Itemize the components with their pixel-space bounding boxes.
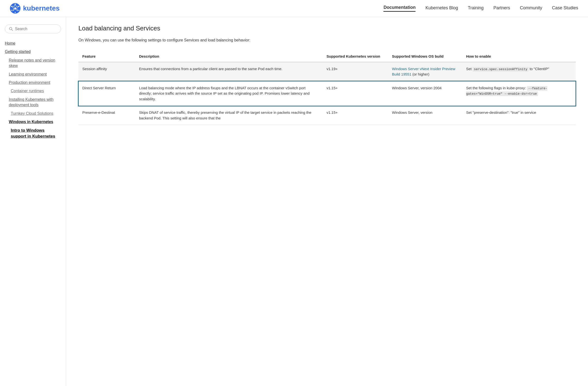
logo-link[interactable]: kubernetes bbox=[10, 3, 60, 14]
cell-description-preserve: Skips DNAT of service traffic, thereby p… bbox=[135, 106, 322, 125]
cell-k8s-version-dsr: v1.15+ bbox=[323, 81, 388, 106]
nav-blog[interactable]: Kubernetes Blog bbox=[425, 5, 458, 12]
cell-feature-preserve: Preserve-e-Destinat bbox=[78, 106, 135, 125]
cell-k8s-version: v1.19+ bbox=[323, 62, 388, 81]
svg-point-5 bbox=[11, 6, 12, 7]
page-layout: Home Getting started Release notes and v… bbox=[0, 17, 588, 386]
sidebar-item-turnkey[interactable]: Turnkey Cloud Solutions bbox=[5, 109, 61, 118]
table-header-row: Feature Description Supported Kubernetes… bbox=[78, 51, 576, 62]
sidebar-item-release-notes[interactable]: Release notes and version skew bbox=[5, 56, 61, 70]
main-content: Load balancing and Services On Windows, … bbox=[66, 17, 588, 386]
sidebar: Home Getting started Release notes and v… bbox=[0, 17, 66, 386]
code-session-affinity: service.spec.sessionAffinity bbox=[473, 67, 528, 72]
sidebar-item-learning[interactable]: Learning environment bbox=[5, 70, 61, 78]
sidebar-item-installing-k8s[interactable]: Installing Kubernetes with deployment to… bbox=[5, 95, 61, 109]
table-row: Session affinity Ensures that connection… bbox=[78, 62, 576, 81]
cell-how-to-preserve: Set "preserve-destination": "true" in se… bbox=[462, 106, 576, 125]
svg-point-6 bbox=[18, 6, 19, 7]
th-description: Description bbox=[135, 51, 322, 62]
sidebar-item-container-runtimes[interactable]: Container runtimes bbox=[5, 87, 61, 95]
table-row: Preserve-e-Destinat Skips DNAT of servic… bbox=[78, 106, 576, 125]
svg-point-7 bbox=[11, 10, 12, 11]
cell-how-to-dsr: Set the following flags in kube-proxy: -… bbox=[462, 81, 576, 106]
svg-point-8 bbox=[18, 10, 19, 11]
page-header: kubernetes Documentation Kubernetes Blog… bbox=[0, 0, 588, 17]
section-intro: On Windows, you can use the following se… bbox=[78, 37, 576, 44]
nav-case-studies[interactable]: Case Studies bbox=[552, 5, 578, 12]
main-nav: Documentation Kubernetes Blog Training P… bbox=[383, 5, 578, 12]
sidebar-item-getting-started[interactable]: Getting started bbox=[5, 47, 61, 56]
th-how-to: How to enable bbox=[462, 51, 576, 62]
cell-description-dsr: Load balancing mode where the IP address… bbox=[135, 81, 322, 106]
search-box[interactable] bbox=[5, 24, 61, 33]
svg-point-4 bbox=[15, 12, 16, 13]
cell-k8s-version-preserve: v1.15+ bbox=[323, 106, 388, 125]
sidebar-item-windows-k8s[interactable]: Windows in Kubernetes bbox=[5, 118, 61, 126]
code-dsr-flags: --feature-gates="WinDSR=true" --enable-d… bbox=[466, 86, 547, 96]
kubernetes-logo-icon bbox=[10, 3, 21, 14]
logo-text: kubernetes bbox=[23, 4, 60, 12]
search-icon bbox=[9, 27, 13, 31]
th-feature: Feature bbox=[78, 51, 135, 62]
table-row-highlighted: Direct Server Return Load balancing mode… bbox=[78, 81, 576, 106]
th-win-os: Supported Windows OS build bbox=[388, 51, 462, 62]
cell-feature-dsr: Direct Server Return bbox=[78, 81, 135, 106]
section-title: Load balancing and Services bbox=[78, 24, 576, 32]
nav-training[interactable]: Training bbox=[468, 5, 484, 12]
win-os-suffix: (or higher) bbox=[412, 72, 429, 76]
features-table: Feature Description Supported Kubernetes… bbox=[78, 51, 576, 125]
cell-description: Ensures that connections from a particul… bbox=[135, 62, 322, 81]
cell-how-to: Set service.spec.sessionAffinity to "Cli… bbox=[462, 62, 576, 81]
svg-line-10 bbox=[12, 30, 13, 31]
sidebar-item-production[interactable]: Production environment bbox=[5, 78, 61, 87]
cell-feature: Session affinity bbox=[78, 62, 135, 81]
svg-point-3 bbox=[15, 4, 16, 5]
svg-point-2 bbox=[14, 7, 16, 9]
nav-partners[interactable]: Partners bbox=[493, 5, 510, 12]
search-input[interactable] bbox=[15, 27, 57, 31]
sidebar-item-intro-windows[interactable]: Intro to Windows support in Kubernetes bbox=[5, 126, 61, 141]
sidebar-item-home[interactable]: Home bbox=[5, 39, 61, 47]
cell-win-os-dsr: Windows Server, version 2004 bbox=[388, 81, 462, 106]
cell-win-os-preserve: Windows Server, version bbox=[388, 106, 462, 125]
th-k8s-version: Supported Kubernetes version bbox=[323, 51, 388, 62]
nav-community[interactable]: Community bbox=[520, 5, 542, 12]
nav-documentation[interactable]: Documentation bbox=[383, 5, 416, 12]
cell-win-os: Windows Server vNext Insider Preview Bui… bbox=[388, 62, 462, 81]
